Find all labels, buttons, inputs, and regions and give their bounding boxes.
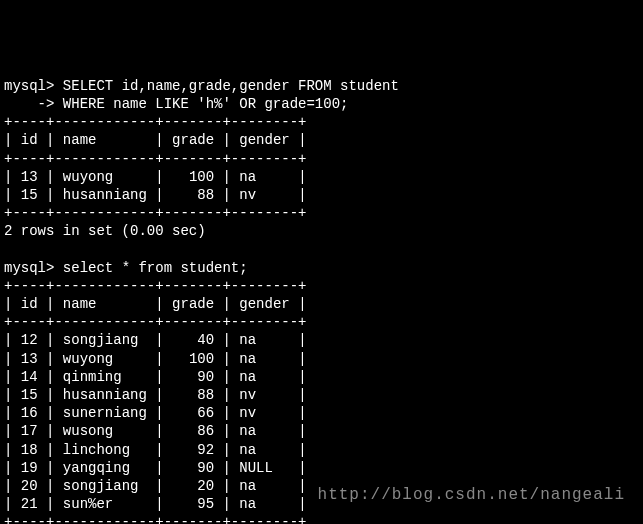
cell: na — [239, 496, 256, 512]
table2-row: | 20 | songjiang | 20 | na | — [4, 478, 307, 494]
cell: 90 — [197, 369, 214, 385]
cell: 20 — [21, 478, 38, 494]
col-name: name — [63, 296, 97, 312]
col-id: id — [21, 132, 38, 148]
table2-border-mid: +----+------------+-------+--------+ — [4, 314, 306, 330]
table2-row: | 12 | songjiang | 40 | na | — [4, 332, 307, 348]
cell: 15 — [21, 387, 38, 403]
cell: 92 — [197, 442, 214, 458]
cell: 16 — [21, 405, 38, 421]
col-id: id — [21, 296, 38, 312]
table1-row: | 15 | husanniang | 88 | nv | — [4, 187, 307, 203]
cell: husanniang — [63, 387, 147, 403]
cell: 40 — [197, 332, 214, 348]
cell: 21 — [21, 496, 38, 512]
prompt: mysql> — [4, 260, 54, 276]
query1-line1: SELECT id,name,grade,gender FROM student — [54, 78, 398, 94]
cell: wuyong — [63, 351, 113, 367]
cell: 18 — [21, 442, 38, 458]
table2-border-top: +----+------------+-------+--------+ — [4, 278, 306, 294]
col-gender: gender — [239, 132, 289, 148]
cell: NULL — [239, 460, 273, 476]
cell: na — [239, 423, 256, 439]
cell: 100 — [189, 351, 214, 367]
cell: na — [239, 351, 256, 367]
table2-border-bottom: +----+------------+-------+--------+ — [4, 514, 306, 524]
cell: sunerniang — [63, 405, 147, 421]
cell: 12 — [21, 332, 38, 348]
cell: 17 — [21, 423, 38, 439]
cell: 100 — [189, 169, 214, 185]
table1-border-mid: +----+------------+-------+--------+ — [4, 151, 306, 167]
col-grade: grade — [172, 296, 214, 312]
table2-row: | 18 | linchong | 92 | na | — [4, 442, 307, 458]
cell: wusong — [63, 423, 113, 439]
table2-header: | id | name | grade | gender | — [4, 296, 307, 312]
cell: na — [239, 332, 256, 348]
cell: sun%er — [63, 496, 113, 512]
cell: 88 — [197, 187, 214, 203]
continuation-prompt: -> — [4, 96, 54, 112]
table1-summary: 2 rows in set (0.00 sec) — [4, 223, 206, 239]
cell: wuyong — [63, 169, 113, 185]
cell: linchong — [63, 442, 130, 458]
cell: 88 — [197, 387, 214, 403]
table2-row: | 16 | sunerniang | 66 | nv | — [4, 405, 307, 421]
col-name: name — [63, 132, 97, 148]
table1-header: | id | name | grade | gender | — [4, 132, 307, 148]
table1-border-bottom: +----+------------+-------+--------+ — [4, 205, 306, 221]
cell: na — [239, 169, 256, 185]
col-grade: grade — [172, 132, 214, 148]
table1-border-top: +----+------------+-------+--------+ — [4, 114, 306, 130]
cell: 95 — [197, 496, 214, 512]
cell: 90 — [197, 460, 214, 476]
cell: 19 — [21, 460, 38, 476]
cell: 13 — [21, 169, 38, 185]
cell: na — [239, 442, 256, 458]
cell: husanniang — [63, 187, 147, 203]
table2-row: | 13 | wuyong | 100 | na | — [4, 351, 307, 367]
cell: na — [239, 369, 256, 385]
table2-row: | 17 | wusong | 86 | na | — [4, 423, 307, 439]
cell: nv — [239, 387, 256, 403]
table2-row: | 15 | husanniang | 88 | nv | — [4, 387, 307, 403]
col-gender: gender — [239, 296, 289, 312]
table1-row: | 13 | wuyong | 100 | na | — [4, 169, 307, 185]
cell: 14 — [21, 369, 38, 385]
cell: 86 — [197, 423, 214, 439]
terminal-output: mysql> SELECT id,name,grade,gender FROM … — [4, 77, 639, 524]
cell: yangqing — [63, 460, 130, 476]
cell: 13 — [21, 351, 38, 367]
cell: nv — [239, 405, 256, 421]
cell: nv — [239, 187, 256, 203]
cell: qinming — [63, 369, 122, 385]
watermark-text: http://blog.csdn.net/nangeali — [318, 485, 625, 506]
cell: na — [239, 478, 256, 494]
cell: 66 — [197, 405, 214, 421]
query1-line2: WHERE name LIKE 'h%' OR grade=100; — [54, 96, 348, 112]
cell: 20 — [197, 478, 214, 494]
query2: select * from student; — [54, 260, 247, 276]
table2-row: | 21 | sun%er | 95 | na | — [4, 496, 307, 512]
table2-row: | 14 | qinming | 90 | na | — [4, 369, 307, 385]
cell: 15 — [21, 187, 38, 203]
cell: songjiang — [63, 478, 139, 494]
cell: songjiang — [63, 332, 139, 348]
table2-row: | 19 | yangqing | 90 | NULL | — [4, 460, 307, 476]
prompt: mysql> — [4, 78, 54, 94]
